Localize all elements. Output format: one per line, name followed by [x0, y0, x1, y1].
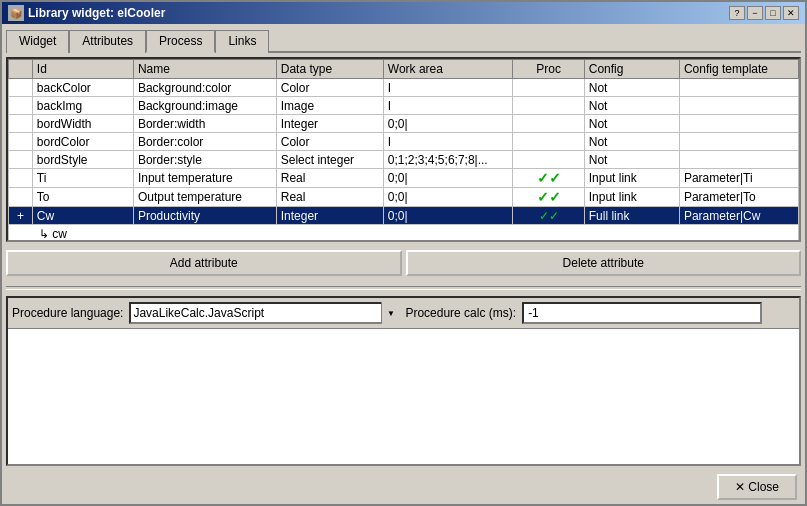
cell-expand-content: ↳ cw — [9, 225, 799, 241]
cell-check: + — [9, 207, 33, 225]
tab-process[interactable]: Process — [146, 30, 215, 53]
cell-template — [679, 97, 798, 115]
title-buttons: ? − □ ✕ — [729, 6, 799, 20]
cell-proc — [513, 115, 584, 133]
attribute-table-section: Id Name Data type Work area Proc Config … — [6, 57, 801, 242]
col-config: Config — [584, 60, 679, 79]
cell-proc — [513, 79, 584, 97]
cell-proc: ✓✓ — [513, 188, 584, 207]
cell-config: Not — [584, 79, 679, 97]
table-row[interactable]: bordWidth Border:width Integer 0;0| Not — [9, 115, 799, 133]
cell-template: Parameter|Cw — [679, 207, 798, 225]
col-proc: Proc — [513, 60, 584, 79]
attribute-table: Id Name Data type Work area Proc Config … — [8, 59, 799, 240]
cell-type: Color — [276, 133, 383, 151]
cell-id: Cw — [32, 207, 133, 225]
cell-config: Not — [584, 151, 679, 169]
cell-name: Productivity — [133, 207, 276, 225]
title-bar-left: 📦 Library widget: elCooler — [8, 5, 165, 21]
table-header-row: Id Name Data type Work area Proc Config … — [9, 60, 799, 79]
language-label: Procedure language: — [12, 306, 123, 320]
table-row[interactable]: bordStyle Border:style Select integer 0;… — [9, 151, 799, 169]
cell-name: Output temperature — [133, 188, 276, 207]
cell-work: 0;0| — [383, 115, 513, 133]
cell-template — [679, 79, 798, 97]
cell-type: Color — [276, 79, 383, 97]
cell-type: Real — [276, 169, 383, 188]
cell-proc — [513, 133, 584, 151]
cell-proc: ✓✓ — [513, 207, 584, 225]
cell-work: I — [383, 79, 513, 97]
cell-id: bordStyle — [32, 151, 133, 169]
table-row[interactable]: backColor Background:color Color I Not — [9, 79, 799, 97]
calc-input[interactable] — [522, 302, 762, 324]
cell-type: Integer — [276, 115, 383, 133]
cell-name: Border:width — [133, 115, 276, 133]
cell-type: Real — [276, 188, 383, 207]
title-bar: 📦 Library widget: elCooler ? − □ ✕ — [2, 2, 805, 24]
cell-work: I — [383, 97, 513, 115]
cell-name: Border:style — [133, 151, 276, 169]
cell-id: bordWidth — [32, 115, 133, 133]
tab-attributes[interactable]: Attributes — [69, 30, 146, 53]
language-select-wrapper: JavaLikeCalc.JavaScript DAQ.JavaScript D… — [129, 302, 399, 324]
cell-check — [9, 133, 33, 151]
minimize-button[interactable]: − — [747, 6, 763, 20]
cell-config: Input link — [584, 169, 679, 188]
table-body: backColor Background:color Color I Not b… — [9, 79, 799, 241]
proc-check-icon: ✓✓ — [537, 189, 561, 205]
table-row[interactable]: To Output temperature Real 0;0| ✓✓ Input… — [9, 188, 799, 207]
cell-work: 0;1;2;3;4;5;6;7;8|... — [383, 151, 513, 169]
table-row[interactable]: backImg Background:image Image I Not — [9, 97, 799, 115]
cell-config: Full link — [584, 207, 679, 225]
cell-config: Input link — [584, 188, 679, 207]
tab-widget[interactable]: Widget — [6, 30, 69, 53]
cell-check — [9, 151, 33, 169]
cell-template — [679, 133, 798, 151]
cell-check — [9, 169, 33, 188]
cell-name: Input temperature — [133, 169, 276, 188]
table-row-selected[interactable]: + Cw Productivity Integer 0;0| ✓✓ Full l… — [9, 207, 799, 225]
cell-config: Not — [584, 133, 679, 151]
col-template: Config template — [679, 60, 798, 79]
delete-attribute-button[interactable]: Delete attribute — [406, 250, 802, 276]
language-select[interactable]: JavaLikeCalc.JavaScript DAQ.JavaScript D… — [129, 302, 399, 324]
col-check — [9, 60, 33, 79]
action-buttons-row: Add attribute Delete attribute — [6, 246, 801, 280]
cell-work: I — [383, 133, 513, 151]
cell-type: Image — [276, 97, 383, 115]
tab-links[interactable]: Links — [215, 30, 269, 53]
cell-name: Border:color — [133, 133, 276, 151]
cell-id: To — [32, 188, 133, 207]
cell-id: backColor — [32, 79, 133, 97]
cell-type: Integer — [276, 207, 383, 225]
expand-icon: + — [17, 209, 24, 223]
cell-config: Not — [584, 115, 679, 133]
table-row[interactable]: Ti Input temperature Real 0;0| ✓✓ Input … — [9, 169, 799, 188]
cell-proc — [513, 151, 584, 169]
cell-check — [9, 79, 33, 97]
window-icon: 📦 — [8, 5, 24, 21]
cell-config: Not — [584, 97, 679, 115]
cell-work: 0;0| — [383, 169, 513, 188]
divider — [6, 286, 801, 290]
add-attribute-button[interactable]: Add attribute — [6, 250, 402, 276]
procedure-editor[interactable] — [8, 329, 799, 464]
cell-id: backImg — [32, 97, 133, 115]
cell-template: Parameter|Ti — [679, 169, 798, 188]
cell-name: Background:color — [133, 79, 276, 97]
content-area: Widget Attributes Process Links Id Name … — [2, 24, 805, 504]
procedure-header: Procedure language: JavaLikeCalc.JavaScr… — [8, 298, 799, 329]
col-work: Work area — [383, 60, 513, 79]
table-scroll-area[interactable]: Id Name Data type Work area Proc Config … — [8, 59, 799, 240]
help-button[interactable]: ? — [729, 6, 745, 20]
maximize-button[interactable]: □ — [765, 6, 781, 20]
table-row[interactable]: bordColor Border:color Color I Not — [9, 133, 799, 151]
cell-type: Select integer — [276, 151, 383, 169]
close-button[interactable]: ✕ Close — [717, 474, 797, 500]
cell-work: 0;0| — [383, 207, 513, 225]
bottom-bar: ✕ Close — [6, 470, 801, 500]
cell-check — [9, 188, 33, 207]
close-title-button[interactable]: ✕ — [783, 6, 799, 20]
cell-proc — [513, 97, 584, 115]
